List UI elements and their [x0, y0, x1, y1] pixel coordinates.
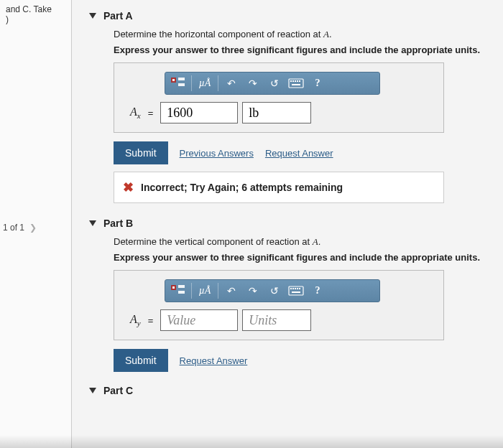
units-input[interactable]	[242, 102, 311, 123]
svg-rect-12	[172, 286, 175, 289]
value-input[interactable]	[160, 102, 238, 123]
reset-icon[interactable]: ↺	[264, 282, 285, 299]
equals-sign: =	[148, 108, 154, 118]
part-b-header[interactable]: Part B	[89, 218, 486, 229]
main-content: Part A Determine the horizontal componen…	[72, 0, 503, 448]
page-navigation: 1 of 1 ❯	[3, 223, 37, 233]
submit-button[interactable]: Submit	[114, 349, 168, 372]
equals-sign: =	[148, 315, 154, 326]
redo-icon[interactable]: ↷	[243, 75, 263, 92]
units-input[interactable]	[242, 309, 311, 331]
previous-answers-link[interactable]: Previous Answers	[180, 148, 254, 159]
part-a-input-row: Ax =	[130, 102, 433, 123]
part-b-input-row: Ay =	[130, 309, 433, 331]
part-b-title: Part B	[103, 218, 133, 229]
value-input[interactable]	[160, 309, 238, 331]
redo-icon[interactable]: ↷	[243, 282, 263, 299]
svg-rect-7	[295, 80, 296, 82]
help-icon[interactable]: ?	[308, 282, 328, 299]
undo-icon[interactable]: ↶	[221, 282, 241, 299]
part-b-subinstruction: Express your answer to three significant…	[114, 252, 486, 263]
keyboard-icon[interactable]	[286, 75, 306, 92]
reset-icon[interactable]: ↺	[264, 75, 285, 92]
request-answer-link[interactable]: Request Answer	[265, 148, 333, 159]
chevron-right-icon[interactable]: ❯	[29, 223, 37, 233]
templates-icon[interactable]	[168, 282, 188, 299]
sidebar-text-2: )	[6, 14, 65, 24]
svg-rect-4	[289, 79, 303, 88]
part-b-instruction: Determine the vertical component of reac…	[114, 236, 486, 248]
templates-icon[interactable]	[168, 75, 188, 92]
undo-icon[interactable]: ↶	[221, 75, 241, 92]
svg-rect-17	[292, 288, 294, 289]
part-c-header[interactable]: Part C	[89, 385, 486, 396]
part-a-subinstruction: Express your answer to three significant…	[114, 45, 486, 55]
help-icon[interactable]: ?	[308, 75, 328, 92]
svg-rect-6	[292, 80, 294, 82]
page-count: 1 of 1	[3, 223, 24, 233]
toolbar-separator	[218, 283, 218, 299]
caret-down-icon	[89, 220, 96, 226]
keyboard-icon[interactable]	[286, 282, 306, 299]
sidebar-text-1: and C. Take	[6, 4, 65, 14]
svg-rect-10	[292, 84, 300, 85]
variable-label: Ay	[130, 313, 141, 327]
svg-rect-9	[299, 80, 300, 82]
part-a-instruction: Determine the horizontal component of re…	[114, 29, 486, 40]
feedback-text: Incorrect; Try Again; 6 attempts remaini…	[141, 182, 343, 193]
svg-rect-16	[290, 288, 292, 289]
symbols-icon[interactable]: µÅ	[195, 75, 215, 92]
svg-rect-1	[172, 79, 175, 81]
svg-rect-15	[289, 286, 303, 295]
svg-rect-13	[178, 285, 185, 288]
svg-rect-14	[178, 291, 185, 294]
svg-rect-21	[292, 291, 300, 293]
part-b-submit-row: Submit Request Answer	[114, 349, 486, 372]
svg-rect-18	[295, 288, 296, 289]
svg-rect-2	[178, 78, 185, 80]
svg-rect-19	[297, 288, 298, 289]
symbols-icon[interactable]: µÅ	[195, 282, 215, 299]
part-b-answer-box: µÅ ↶ ↷ ↺ ? Ay =	[114, 270, 444, 340]
svg-rect-8	[297, 80, 298, 82]
toolbar-separator	[191, 75, 192, 91]
toolbar-separator	[191, 283, 192, 299]
variable-label: Ax	[130, 106, 141, 120]
svg-rect-20	[299, 288, 300, 289]
toolbar-separator	[218, 75, 218, 91]
request-answer-link[interactable]: Request Answer	[180, 355, 248, 366]
part-a-header[interactable]: Part A	[89, 10, 486, 22]
caret-down-icon	[89, 388, 96, 393]
part-a-title: Part A	[103, 10, 133, 22]
part-c-title: Part C	[103, 385, 133, 396]
caret-down-icon	[89, 13, 96, 19]
part-a-toolbar: µÅ ↶ ↷ ↺ ?	[165, 72, 380, 95]
part-a-answer-box: µÅ ↶ ↷ ↺ ? Ax =	[114, 62, 444, 133]
incorrect-icon: ✖	[123, 179, 134, 195]
svg-rect-3	[178, 83, 185, 86]
submit-button[interactable]: Submit	[114, 141, 168, 164]
svg-rect-5	[290, 80, 292, 82]
part-b-toolbar: µÅ ↶ ↷ ↺ ?	[165, 279, 380, 302]
part-a-submit-row: Submit Previous Answers Request Answer	[114, 141, 486, 164]
part-a-feedback: ✖ Incorrect; Try Again; 6 attempts remai…	[114, 172, 444, 203]
